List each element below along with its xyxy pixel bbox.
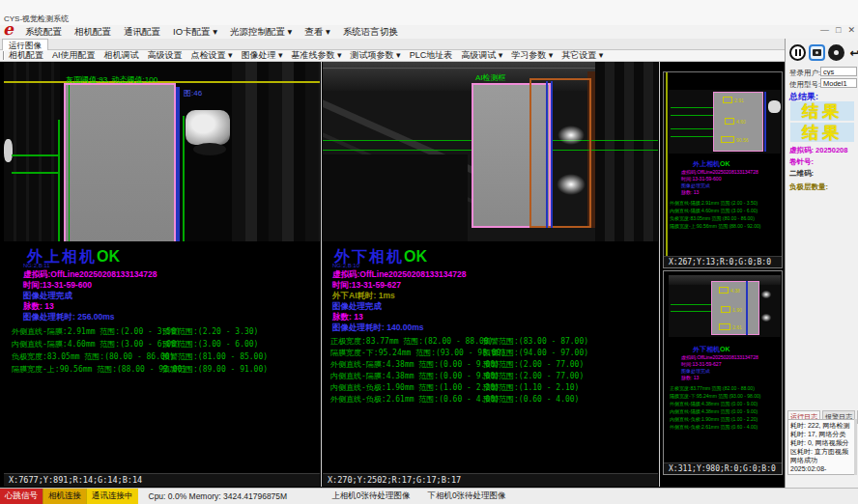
baseline-line xyxy=(671,128,713,129)
pause-icon xyxy=(795,49,801,56)
menu-view[interactable]: 查看 ▾ xyxy=(304,26,329,39)
annotation-box xyxy=(721,306,730,313)
maximize-icon[interactable]: □ xyxy=(836,25,841,35)
measurement-row: 内侧直线-隔膜:4.60mm 范围:(3.00 - 6.00) xyxy=(12,339,181,350)
undo-arrow-icon: ↩ xyxy=(849,47,858,59)
measure-line-blue xyxy=(176,87,180,241)
baseline-segment xyxy=(12,154,58,156)
machine-background-right xyxy=(232,62,320,241)
annotation-box xyxy=(723,97,732,103)
menu-language-switch[interactable]: 系统语言切换 xyxy=(343,26,398,39)
login-user-input[interactable] xyxy=(820,67,857,76)
tool-baseline-params[interactable]: 基准线参数 ▾ xyxy=(292,49,342,62)
cpu-memory-readout: Cpu: 0.0% Memory: 3424.41796875M xyxy=(144,489,293,504)
ok-status: OK xyxy=(404,248,427,265)
ai-detect-box xyxy=(529,78,591,228)
process-time-text: 图像处理耗时: 140.00ms xyxy=(332,322,423,334)
pixel-coordinate-readout: X:7677;Y:891;R:14;G:14;B:14 xyxy=(4,473,320,487)
thumb-result-title: 外上相机OK xyxy=(693,159,730,169)
camera-subtext: NG:2,B:10 xyxy=(332,263,359,268)
lower-thumb-image[interactable]: 4.38 1.90 2.61 xyxy=(669,275,781,337)
model-input[interactable] xyxy=(820,78,857,88)
tool-ai-config[interactable]: AI使用配置 xyxy=(52,49,96,62)
edge-line xyxy=(183,116,185,241)
tool-camera-debug[interactable]: 相机调试 xyxy=(104,49,139,62)
tool-image-process[interactable]: 图像处理 ▾ xyxy=(242,49,283,62)
result-text: 结果 xyxy=(802,100,843,123)
warn-range: 预警范围:(2.20 - 3.30) xyxy=(162,326,258,337)
annotation-value: 1.90 xyxy=(732,307,742,313)
lower-camera-panel: AI检测框 外下相机OK NG:2,B:10 虚拟码:OffLine202502… xyxy=(323,62,658,487)
baseline-line xyxy=(671,107,713,108)
thumb-measurement: 内侧直线-隔膜:4.38mm 范围:(0.00 - 9.00) xyxy=(670,408,758,414)
tool-advanced-settings[interactable]: 高级设置 xyxy=(148,49,183,62)
warn-range: 预警范围:(81.00 - 85.00) xyxy=(162,351,268,362)
close-icon[interactable]: ✕ xyxy=(847,25,855,35)
measurement-row: 外侧直线-隔膜:4.38mm 范围:(0.00 - 9.00) xyxy=(330,359,500,370)
menu-light-config[interactable]: 光源控制配置 ▾ xyxy=(230,26,292,39)
baseline-line xyxy=(671,311,711,312)
title-bar: CYS-视觉检测系统 xyxy=(0,0,858,25)
control-sidebar: ↩ 登录用户: 使用型号: 总结果: 结果 结果 虚拟码: 20250208 卷… xyxy=(785,39,858,488)
comm-link-status: 通讯连接中 xyxy=(86,489,138,504)
menu-io-config[interactable]: IO卡配置 ▾ xyxy=(173,26,217,39)
measure-line-blue xyxy=(764,92,766,152)
machine-right-zone xyxy=(595,62,658,241)
negative-layer-count-field: 负极层数量: xyxy=(789,182,828,192)
measurement-row: 内侧直线-隔膜:4.38mm 范围:(0.00 - 9.00) xyxy=(330,371,500,381)
tool-advanced-debug[interactable]: 高级调试 ▾ xyxy=(461,49,502,62)
camera-link-status: 相机连接 xyxy=(43,489,86,504)
tool-learn-params[interactable]: 学习参数 ▾ xyxy=(511,49,553,62)
tool-other-settings[interactable]: 其它设置 ▾ xyxy=(561,49,603,62)
thumb-time: 时间:13-31-59-627 xyxy=(681,361,721,367)
pixel-coordinate-readout: X:270;Y:2502;R:17;G:17;B:17 xyxy=(323,473,658,487)
measure-line-blue xyxy=(551,81,553,228)
warn-range: 预警范围:(0.60 - 4.00) xyxy=(483,394,579,405)
menu-comm-config[interactable]: 通讯配置 xyxy=(124,26,160,39)
minimize-icon[interactable]: — xyxy=(820,25,829,35)
result-text: 结果 xyxy=(802,122,843,144)
log-output[interactable]: 耗时: 222, 网络检测耗时: 17, 网络分类耗时: 0, 网络视频分区耗时… xyxy=(787,419,855,475)
lens-icon xyxy=(834,50,839,55)
pause-button[interactable] xyxy=(789,44,806,61)
app-window: CYS-视觉检测系统 e 系统配置 相机配置 通讯配置 IO卡配置 ▾ 光源控制… xyxy=(0,0,858,504)
menu-camera-config[interactable]: 相机配置 xyxy=(74,26,111,39)
measurement-row: 隔膜宽度-下:95.24mm 范围:(93.00 - 98.00) xyxy=(330,348,505,358)
roller-part xyxy=(186,110,230,145)
annotation-box xyxy=(719,287,729,294)
thumb-measurement: 隔膜宽度-上:90.56mm 范围:(88.00 - 92.00) xyxy=(670,223,760,229)
thumb-measurement: 外侧直线-隔膜:4.38mm 范围:(0.00 - 9.00) xyxy=(670,401,758,406)
annotation-value: 90.56 xyxy=(736,137,749,143)
log-scrollbar[interactable] xyxy=(854,419,857,475)
roller-part xyxy=(768,100,781,113)
measurement-row: 外侧直线-隔膜:2.91mm 范围:(2.00 - 3.50) xyxy=(12,326,181,337)
led-glow xyxy=(761,314,771,322)
record-button[interactable] xyxy=(828,44,844,61)
tool-spot-check[interactable]: 点检设置 ▾ xyxy=(191,49,233,62)
warn-range: 预警范围:(89.00 - 91.00) xyxy=(162,364,268,375)
machine-dark-zone xyxy=(323,154,468,241)
electrode-region-box xyxy=(64,83,176,241)
led-glow xyxy=(558,126,585,145)
tool-camera-config[interactable]: 相机配置 xyxy=(9,49,43,62)
upper-thumb-image[interactable]: 2.91 4.60 90.56 xyxy=(669,90,781,154)
thumb-measurement: 正极宽度:83.77mm 范围:(82.00 - 88.00) xyxy=(670,385,755,391)
thumb-measurement: 内侧直线-负极:1.90mm 范围:(1.00 - 2.20) xyxy=(670,416,758,422)
thumb-barcode: 虚拟码:OffLine20250208133134728 xyxy=(681,169,758,175)
menu-bar: e 系统配置 相机配置 通讯配置 IO卡配置 ▾ 光源控制配置 ▾ 查看 ▾ 系… xyxy=(0,25,858,39)
upper-camera-image[interactable]: 灰面阈值:93, 动态阈值:100 图:46 xyxy=(4,62,320,241)
tool-test-params[interactable]: 测试项参数 ▾ xyxy=(351,49,401,62)
toolbar-grip xyxy=(3,51,5,60)
thumb-done: 图像处理完成 xyxy=(681,182,710,188)
thumb-done: 图像处理完成 xyxy=(681,368,710,374)
lower-camera-image[interactable]: AI检测框 xyxy=(323,62,658,241)
menu-system-config[interactable]: 系统配置 xyxy=(25,26,62,39)
tool-plc-table[interactable]: PLC地址表 xyxy=(410,49,453,62)
annotation-value: 4.38 xyxy=(730,288,740,294)
baseline-segment xyxy=(12,172,58,174)
reset-button[interactable]: ↩ xyxy=(846,44,858,61)
capture-button[interactable] xyxy=(809,44,825,61)
scan-line xyxy=(666,72,668,258)
thumb-pulse: 脉数: 13 xyxy=(681,189,699,195)
needle-number-field: 卷针号: xyxy=(789,157,814,167)
